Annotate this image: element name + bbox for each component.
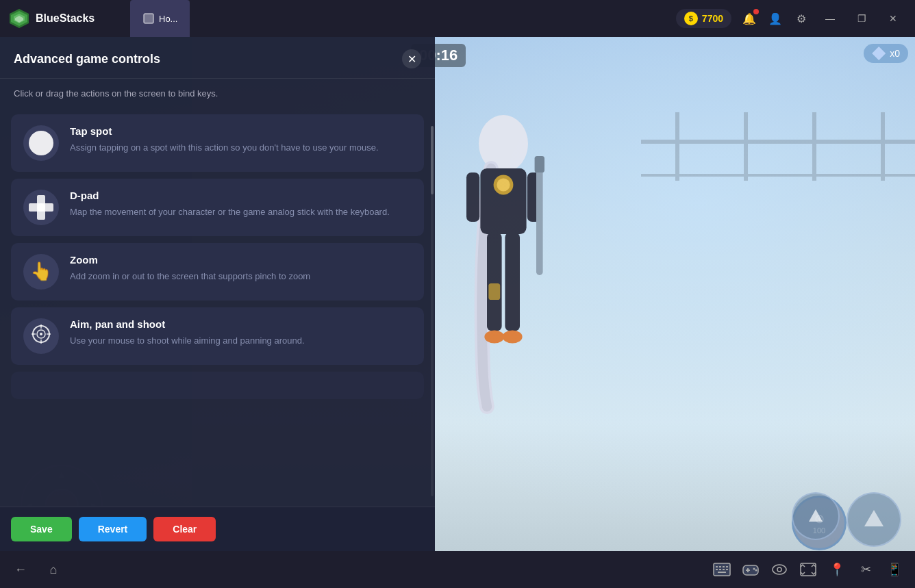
svg-rect-16 [536, 160, 543, 275]
aim-text: Aim, pan and shoot Use your mouse to sho… [70, 318, 412, 348]
svg-point-8 [497, 178, 510, 191]
svg-rect-19 [641, 174, 915, 177]
back-button[interactable]: ← [11, 560, 30, 579]
gamepad-svg-icon [742, 563, 760, 576]
agc-item-tap-spot[interactable]: Tap spot Assign tapping on a spot with t… [11, 114, 424, 172]
svg-rect-17 [535, 156, 544, 172]
svg-rect-20 [675, 112, 679, 181]
svg-point-46 [753, 568, 755, 570]
location-icon[interactable]: 📍 [827, 560, 847, 579]
title-bar-right: $ 7700 🔔 👤 ⚙ — ❐ ✕ [665, 9, 915, 28]
bottom-left-icons: ← ⌂ [11, 560, 63, 579]
dpad-icon [29, 195, 53, 220]
aim-desc: Use your mouse to shoot while aiming and… [70, 334, 412, 348]
agc-items-list: Tap spot Assign tapping on a spot with t… [0, 109, 435, 507]
svg-rect-42 [718, 572, 726, 573]
scissors-icon[interactable]: ✂ [856, 560, 875, 579]
tap-spot-title: Tap spot [70, 125, 412, 137]
svg-rect-22 [812, 112, 816, 181]
settings-icon[interactable]: ⚙ [793, 10, 810, 27]
agc-title: Advanced game controls [14, 52, 160, 66]
action-btn-row-top [792, 492, 901, 547]
home-tab[interactable]: Ho... [130, 0, 190, 37]
agc-panel: Advanced game controls ✕ Click or drag t… [0, 37, 435, 551]
svg-rect-10 [505, 233, 520, 331]
character-silhouette [418, 78, 589, 489]
save-button[interactable]: Save [11, 517, 72, 541]
action-btn-2-icon [862, 507, 886, 532]
action-btn-1[interactable] [792, 492, 840, 540]
dpad-center [37, 203, 45, 212]
agc-subtitle: Click or drag the actions on the screen … [0, 79, 435, 109]
eye-icon[interactable] [770, 560, 789, 579]
tap-spot-desc: Assign tapping on a spot with this actio… [70, 141, 412, 155]
svg-rect-4 [144, 14, 153, 23]
background-scenery [641, 71, 915, 277]
dpad-desc: Map the movement of your character or th… [70, 205, 412, 219]
svg-rect-37 [726, 566, 728, 567]
revert-button[interactable]: Revert [79, 517, 147, 541]
tap-spot-icon-container [23, 125, 59, 161]
scroll-thumb[interactable] [431, 126, 434, 194]
notification-bell[interactable]: 🔔 [741, 10, 757, 27]
expand-svg-icon [800, 563, 816, 576]
clear-button[interactable]: Clear [153, 517, 216, 541]
restore-button[interactable]: ❐ [851, 9, 873, 28]
zoom-title: Zoom [70, 254, 412, 266]
svg-point-12 [484, 330, 504, 343]
keyboard-svg-icon [713, 563, 731, 576]
bottom-right-icons: 📍 ✂ 📱 [712, 560, 904, 579]
agc-item-dpad[interactable]: D-pad Map the movement of your character… [11, 179, 424, 236]
svg-rect-45 [747, 568, 749, 572]
zoom-desc: Add zoom in or out to the screen that su… [70, 270, 412, 283]
keyboard-icon[interactable] [712, 560, 731, 579]
expand-icon[interactable] [799, 560, 818, 579]
dpad-title: D-pad [70, 190, 412, 201]
phone-icon[interactable]: 📱 [885, 560, 904, 579]
profile-icon[interactable]: 👤 [767, 10, 784, 27]
svg-rect-9 [487, 233, 502, 331]
agc-footer: Save Revert Clear [0, 507, 435, 551]
svg-rect-39 [719, 569, 721, 570]
aim-icon-svg [30, 323, 52, 345]
app-logo: BlueStacks [0, 8, 130, 29]
agc-item-zoom[interactable]: 👆 Zoom Add zoom in or out to the screen … [11, 243, 424, 301]
minimize-button[interactable]: — [819, 9, 841, 28]
svg-rect-11 [488, 283, 500, 300]
tap-spot-text: Tap spot Assign tapping on a spot with t… [70, 125, 412, 155]
action-btn-2[interactable] [847, 492, 901, 547]
svg-rect-21 [744, 112, 748, 181]
scroll-track [431, 126, 434, 496]
svg-point-28 [40, 333, 42, 335]
game-hud-top: 00:16 x0 [411, 44, 908, 67]
crystal-counter: x0 [864, 44, 908, 63]
dpad-text: D-pad Map the movement of your character… [70, 190, 412, 219]
svg-rect-14 [466, 172, 479, 222]
tab-bar: Ho... [130, 0, 665, 37]
tap-spot-icon [29, 131, 53, 155]
svg-point-47 [755, 570, 757, 572]
svg-rect-40 [723, 569, 725, 570]
svg-point-48 [773, 565, 786, 574]
aim-icon-container [23, 318, 59, 354]
svg-rect-36 [723, 566, 725, 567]
agc-header: Advanced game controls ✕ [0, 37, 435, 79]
agc-item-aim[interactable]: Aim, pan and shoot Use your mouse to sho… [11, 307, 424, 365]
coin-icon: $ [684, 12, 698, 25]
zoom-icon: 👆 [30, 261, 52, 282]
zoom-text: Zoom Add zoom in or out to the screen th… [70, 254, 412, 283]
svg-marker-24 [809, 509, 823, 522]
coin-display: $ 7700 [676, 9, 731, 28]
svg-rect-35 [719, 566, 721, 567]
close-button[interactable]: ✕ [882, 9, 904, 28]
dpad-icon-container [23, 190, 59, 225]
agc-item-hidden[interactable] [11, 372, 424, 399]
agc-close-button[interactable]: ✕ [402, 49, 421, 68]
gamepad-icon[interactable] [741, 560, 760, 579]
action-btn-1-icon [806, 507, 825, 526]
aim-title: Aim, pan and shoot [70, 318, 412, 330]
home-button[interactable]: ⌂ [44, 560, 63, 579]
crystal-icon [872, 47, 886, 60]
notification-dot [753, 9, 759, 14]
svg-rect-23 [881, 112, 885, 181]
